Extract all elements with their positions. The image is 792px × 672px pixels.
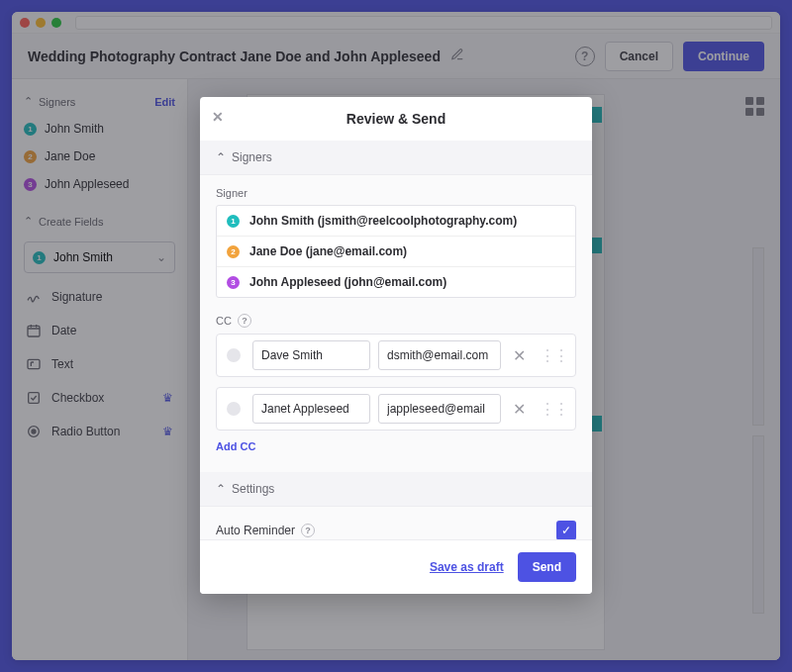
cc-label: CC? (216, 314, 576, 328)
cc-name-input[interactable] (252, 340, 370, 370)
chevron-down-icon: ⌃ (216, 150, 226, 164)
modal-body: ⌃Signers Signer 1John Smith (jsmith@reel… (200, 141, 592, 539)
cc-email-input[interactable] (378, 340, 501, 370)
signer-text: John Appleseed (john@email.com) (249, 275, 446, 289)
section-label: Settings (232, 482, 274, 496)
modal-title: Review & Send (346, 111, 446, 127)
chevron-down-icon: ⌃ (216, 482, 226, 496)
send-button[interactable]: Send (518, 552, 576, 582)
save-draft-link[interactable]: Save as draft (430, 560, 504, 574)
signer-text: John Smith (jsmith@reelcoolphotography.c… (249, 214, 517, 228)
auto-reminder-row: Auto Reminder ? ✓ (200, 507, 592, 539)
remove-cc-icon[interactable]: ✕ (509, 346, 530, 365)
cc-row: ✕ ⋮⋮ (216, 387, 576, 431)
cc-dot-icon (227, 348, 241, 362)
signer-dot-icon: 3 (227, 276, 240, 289)
signer-text: Jane Doe (jane@email.com) (249, 244, 407, 258)
drag-handle-icon[interactable]: ⋮⋮ (538, 400, 569, 419)
modal-settings-header[interactable]: ⌃Settings (200, 472, 592, 507)
add-cc-link[interactable]: Add CC (216, 440, 576, 452)
signer-item[interactable]: 1John Smith (jsmith@reelcoolphotography.… (217, 206, 575, 236)
cc-row: ✕ ⋮⋮ (216, 334, 576, 377)
signer-list: 1John Smith (jsmith@reelcoolphotography.… (216, 205, 576, 298)
setting-label: Auto Reminder (216, 524, 295, 537)
close-icon[interactable]: ✕ (212, 109, 224, 125)
cc-email-input[interactable] (378, 394, 501, 424)
help-icon[interactable]: ? (301, 524, 315, 537)
signer-dot-icon: 2 (227, 245, 240, 258)
review-send-modal: ✕ Review & Send ⌃Signers Signer 1John Sm… (200, 97, 592, 594)
cc-dot-icon (227, 402, 241, 416)
modal-overlay: ✕ Review & Send ⌃Signers Signer 1John Sm… (0, 0, 792, 672)
section-label: Signers (232, 150, 272, 164)
modal-header: ✕ Review & Send (200, 97, 592, 141)
remove-cc-icon[interactable]: ✕ (509, 400, 530, 419)
cc-name-input[interactable] (252, 394, 370, 424)
modal-footer: Save as draft Send (200, 539, 592, 594)
drag-handle-icon[interactable]: ⋮⋮ (538, 346, 569, 365)
signer-dot-icon: 1 (227, 215, 240, 228)
help-icon[interactable]: ? (238, 314, 251, 328)
modal-signers-header[interactable]: ⌃Signers (200, 141, 592, 175)
signer-label: Signer (216, 187, 576, 199)
signer-item[interactable]: 3John Appleseed (john@email.com) (217, 266, 575, 297)
auto-reminder-toggle[interactable]: ✓ (556, 521, 576, 539)
signer-item[interactable]: 2Jane Doe (jane@email.com) (217, 236, 575, 266)
